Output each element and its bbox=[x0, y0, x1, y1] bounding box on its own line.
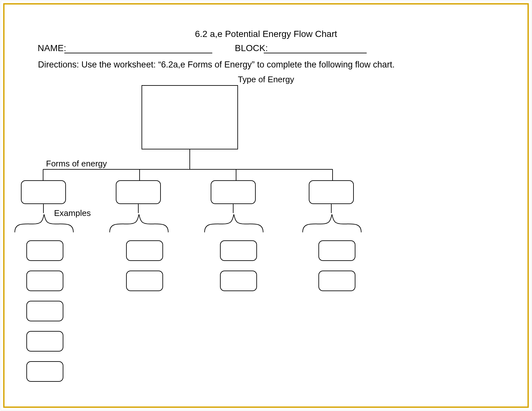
example-box[interactable] bbox=[26, 301, 63, 321]
brace-icon bbox=[108, 213, 170, 234]
brace-icon bbox=[14, 213, 75, 234]
connector-line bbox=[236, 169, 236, 180]
block-label: BLOCK: bbox=[235, 43, 268, 53]
form-of-energy-box[interactable] bbox=[309, 180, 354, 204]
example-box[interactable] bbox=[26, 331, 63, 352]
type-of-energy-box[interactable] bbox=[142, 85, 238, 149]
example-box[interactable] bbox=[220, 271, 257, 291]
connector-line bbox=[331, 204, 332, 213]
example-box[interactable] bbox=[26, 240, 63, 261]
brace-icon bbox=[203, 213, 264, 234]
example-box[interactable] bbox=[318, 240, 355, 261]
connector-line bbox=[43, 169, 43, 180]
example-box[interactable] bbox=[26, 271, 63, 291]
type-of-energy-label: Type of Energy bbox=[0, 75, 532, 85]
connector-line bbox=[332, 169, 333, 180]
forms-of-energy-label: Forms of energy bbox=[46, 159, 107, 169]
example-box[interactable] bbox=[220, 240, 257, 261]
form-of-energy-box[interactable] bbox=[211, 180, 256, 204]
example-box[interactable] bbox=[318, 271, 355, 291]
form-of-energy-box[interactable] bbox=[21, 180, 66, 204]
directions-text: Directions: Use the worksheet: “6.2a,e F… bbox=[38, 60, 494, 70]
connector-line bbox=[138, 204, 139, 213]
name-label: NAME: bbox=[38, 43, 66, 53]
form-of-energy-box[interactable] bbox=[116, 180, 161, 204]
worksheet-title: 6.2 a,e Potential Energy Flow Chart bbox=[0, 29, 532, 39]
brace-icon bbox=[301, 213, 362, 234]
example-box[interactable] bbox=[126, 271, 163, 291]
connector-line bbox=[189, 149, 190, 169]
connector-line bbox=[43, 169, 333, 170]
example-box[interactable] bbox=[126, 240, 163, 261]
name-blank-line[interactable] bbox=[64, 53, 212, 53]
connector-line bbox=[139, 169, 140, 180]
connector-line bbox=[233, 204, 234, 213]
example-box[interactable] bbox=[26, 361, 63, 382]
block-blank-line[interactable] bbox=[264, 53, 367, 53]
connector-line bbox=[43, 204, 44, 213]
